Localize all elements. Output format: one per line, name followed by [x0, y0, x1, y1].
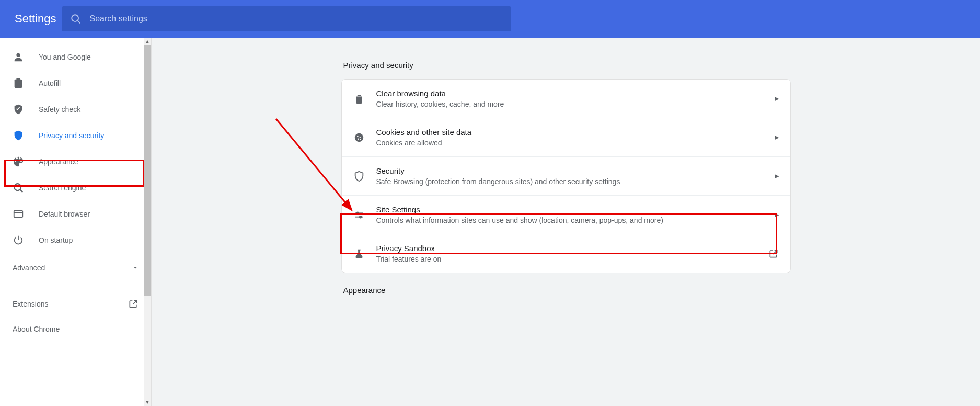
privacy-card: Clear browsing data Clear history, cooki…	[341, 79, 791, 273]
sidebar-item-appearance[interactable]: Appearance	[0, 149, 151, 175]
scrollbar[interactable]: ▲ ▼	[144, 38, 151, 406]
svg-point-13	[360, 139, 361, 140]
sidebar-item-label: You and Google	[39, 53, 91, 61]
palette-icon	[13, 156, 24, 167]
sidebar-item-label: Safety check	[39, 105, 80, 114]
sliders-icon	[353, 209, 365, 221]
browser-icon	[13, 208, 24, 220]
row-security[interactable]: Security Safe Browsing (protection from …	[342, 157, 790, 196]
scroll-down-arrow[interactable]: ▼	[144, 399, 151, 406]
row-privacy-sandbox[interactable]: Privacy Sandbox Trial features are on	[342, 234, 790, 273]
svg-point-11	[359, 136, 360, 137]
clipboard-icon	[13, 77, 24, 89]
chevron-down-icon	[132, 265, 139, 271]
row-title: Security	[376, 166, 775, 175]
scroll-up-arrow[interactable]: ▲	[144, 38, 151, 45]
cookie-icon	[353, 132, 365, 143]
sidebar-item-label: Privacy and security	[39, 131, 104, 140]
sidebar-item-label: On startup	[39, 236, 73, 244]
svg-rect-6	[14, 211, 23, 218]
chevron-right-icon: ▶	[775, 95, 779, 102]
svg-point-12	[357, 138, 358, 139]
sidebar-item-default-browser[interactable]: Default browser	[0, 201, 151, 227]
row-title: Site Settings	[376, 205, 775, 214]
row-subtitle: Clear history, cookies, cache, and more	[376, 100, 775, 108]
sidebar-item-label: Appearance	[39, 157, 78, 166]
open-external-icon	[768, 249, 779, 259]
svg-point-9	[354, 133, 363, 142]
shield-icon	[13, 130, 24, 141]
row-title: Clear browsing data	[376, 89, 775, 98]
chevron-right-icon: ▶	[775, 134, 779, 141]
person-icon	[13, 51, 24, 63]
main-content: Privacy and security Clear browsing data…	[152, 38, 980, 406]
svg-point-15	[356, 212, 359, 214]
sidebar-advanced[interactable]: Advanced	[0, 253, 151, 283]
about-label: About Chrome	[13, 325, 60, 333]
sidebar-item-safety-check[interactable]: Safety check	[0, 96, 151, 122]
chevron-right-icon: ▶	[775, 173, 779, 179]
trash-icon	[353, 93, 365, 105]
row-subtitle: Safe Browsing (protection from dangerous…	[376, 177, 775, 186]
divider	[0, 287, 151, 287]
search-input[interactable]	[90, 14, 503, 24]
shield-check-icon	[13, 104, 24, 115]
app-title: Settings	[13, 12, 56, 26]
scroll-thumb[interactable]	[144, 45, 151, 296]
row-subtitle: Cookies are allowed	[376, 139, 775, 147]
svg-point-0	[72, 15, 78, 21]
section-title-privacy: Privacy and security	[341, 48, 791, 79]
extensions-label: Extensions	[13, 300, 48, 308]
row-subtitle: Trial features are on	[376, 255, 768, 263]
sidebar-item-privacy-and-security[interactable]: Privacy and security	[0, 122, 151, 149]
svg-line-1	[77, 20, 80, 23]
sidebar-item-autofill[interactable]: Autofill	[0, 70, 151, 96]
sidebar-item-search-engine[interactable]: Search engine	[0, 175, 151, 201]
svg-point-4	[14, 184, 21, 190]
advanced-label: Advanced	[13, 264, 45, 272]
svg-line-8	[276, 119, 352, 210]
sidebar-item-on-startup[interactable]: On startup	[0, 227, 151, 253]
svg-point-2	[16, 53, 20, 57]
row-title: Privacy Sandbox	[376, 244, 768, 253]
app-header: Settings	[0, 0, 980, 38]
section-title-appearance: Appearance	[341, 273, 791, 304]
row-subtitle: Controls what information sites can use …	[376, 216, 775, 224]
shield-outline-icon	[353, 171, 365, 182]
sidebar-item-label: Search engine	[39, 184, 86, 192]
search-icon	[13, 182, 24, 194]
flask-icon	[353, 248, 365, 260]
sidebar: You and Google Autofill Safety check Pri…	[0, 38, 152, 406]
chevron-right-icon: ▶	[775, 211, 779, 218]
svg-line-5	[20, 189, 22, 192]
sidebar-item-you-and-google[interactable]: You and Google	[0, 44, 151, 70]
sidebar-item-label: Autofill	[39, 79, 61, 87]
open-external-icon	[128, 299, 139, 309]
power-icon	[13, 234, 24, 246]
svg-rect-3	[16, 78, 20, 81]
sidebar-about-chrome[interactable]: About Chrome	[0, 317, 151, 342]
row-title: Cookies and other site data	[376, 128, 775, 137]
sidebar-item-label: Default browser	[39, 210, 90, 218]
row-cookies[interactable]: Cookies and other site data Cookies are …	[342, 118, 790, 157]
svg-point-17	[359, 216, 361, 218]
search-container[interactable]	[62, 6, 511, 31]
row-clear-browsing-data[interactable]: Clear browsing data Clear history, cooki…	[342, 80, 790, 118]
sidebar-extensions[interactable]: Extensions	[0, 291, 151, 317]
search-icon	[70, 13, 82, 25]
row-site-settings[interactable]: Site Settings Controls what information …	[342, 196, 790, 234]
svg-point-10	[357, 136, 358, 137]
